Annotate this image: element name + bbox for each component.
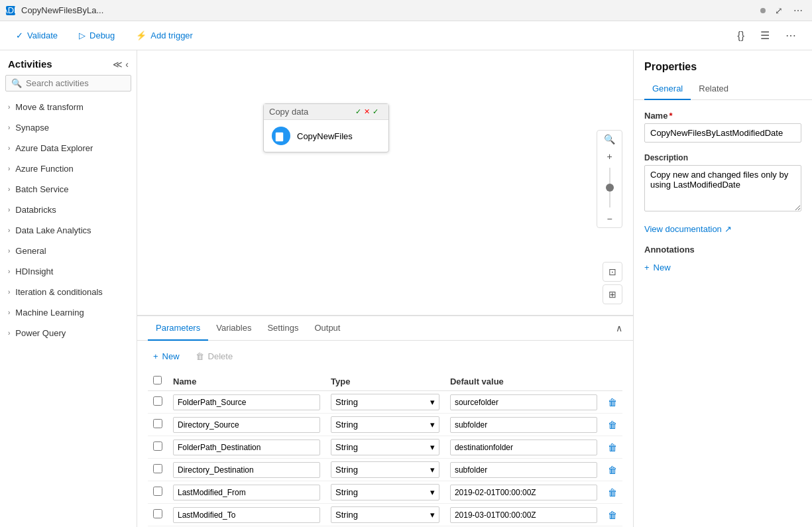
type-value: String [335, 397, 358, 407]
more-options-button[interactable]: ⋯ [780, 27, 801, 44]
select-all-checkbox[interactable] [153, 376, 162, 384]
new-annotation-button[interactable]: + New [644, 260, 671, 275]
properties-panel: Properties GeneralRelated Name* Descript… [633, 50, 812, 527]
activity-node[interactable]: Copy data ✓ ✕ ✓ ⇒ Copy [263, 103, 389, 152]
activity-node-body: ⇒ CopyNewFiles [264, 120, 388, 152]
bottom-collapse-button[interactable]: ∧ [616, 323, 622, 333]
type-select[interactable]: String ▾ [331, 461, 439, 478]
chevron-down-icon: ▾ [430, 510, 435, 520]
param-name-input[interactable] [173, 417, 320, 433]
validate-button[interactable]: ✓ Validate [11, 28, 63, 43]
zoom-in-button[interactable]: + [600, 148, 618, 165]
row-checkbox[interactable] [153, 441, 162, 451]
code-button[interactable]: {} [732, 27, 750, 44]
sidebar-item-synapse[interactable]: ›Synapse [0, 117, 137, 138]
delete-row-button[interactable]: 🗑 [608, 420, 617, 430]
description-textarea[interactable] [644, 165, 801, 211]
type-select[interactable]: String ▾ [331, 439, 439, 455]
default-value-input[interactable] [450, 507, 597, 523]
row-checkbox[interactable] [153, 487, 162, 496]
collapse-left-button[interactable]: ≪ [113, 59, 123, 70]
sidebar-item-iteration-and-conditionals[interactable]: ›Iteration & conditionals [0, 282, 137, 302]
sidebar-item-move-and-transform[interactable]: ›Move & transform [0, 97, 137, 117]
sidebar: Activities ≪ ‹ 🔍 ›Move & transform›Synap… [0, 50, 137, 527]
type-select[interactable]: String ▾ [331, 394, 439, 410]
row-checkbox[interactable] [153, 396, 162, 406]
sidebar-item-azure-function[interactable]: ›Azure Function [0, 158, 137, 179]
sidebar-item-databricks[interactable]: ›Databricks [0, 200, 137, 220]
sidebar-item-label: Data Lake Analytics [15, 225, 91, 235]
type-select[interactable]: String ▾ [331, 506, 439, 523]
delete-param-button[interactable]: 🗑 Delete [190, 349, 239, 364]
default-value-input[interactable] [450, 462, 597, 478]
col-checkbox [148, 372, 168, 391]
sidebar-item-general[interactable]: ›General [0, 241, 137, 261]
expand-button[interactable]: ⤢ [771, 4, 787, 17]
node-close-button[interactable]: ✕ [363, 107, 371, 117]
sidebar-item-label: Machine Learning [15, 308, 84, 318]
table-row: String ▾ 🗑 [148, 481, 622, 504]
validate-icon: ✓ [16, 30, 23, 40]
new-param-button[interactable]: + New [148, 349, 185, 364]
default-value-input[interactable] [450, 417, 597, 433]
sidebar-header: Activities ≪ ‹ [0, 50, 137, 75]
add-trigger-button[interactable]: ⚡ Add trigger [131, 28, 198, 43]
zoom-out-button[interactable]: − [600, 210, 618, 227]
delete-row-button[interactable]: 🗑 [608, 487, 617, 498]
name-input[interactable] [644, 123, 801, 143]
trigger-icon: ⚡ [136, 30, 146, 40]
bottom-tab-settings[interactable]: Settings [259, 316, 306, 341]
delete-row-button[interactable]: 🗑 [608, 442, 617, 453]
delete-icon: 🗑 [196, 351, 204, 361]
chevron-down-icon: ▾ [430, 465, 435, 475]
sidebar-item-azure-data-explorer[interactable]: ›Azure Data Explorer [0, 138, 137, 158]
sidebar-item-machine-learning[interactable]: ›Machine Learning [0, 302, 137, 323]
param-name-input[interactable] [173, 394, 320, 410]
search-canvas-button[interactable]: 🔍 [597, 131, 622, 148]
type-select[interactable]: String ▾ [331, 416, 439, 433]
node-check-button[interactable]: ✓ [355, 107, 362, 117]
debug-button[interactable]: ▷ Debug [74, 28, 120, 43]
more-button[interactable]: ⋯ [789, 4, 807, 17]
sidebar-item-data-lake-analytics[interactable]: ›Data Lake Analytics [0, 220, 137, 241]
param-name-input[interactable] [173, 439, 320, 455]
default-value-input[interactable] [450, 485, 597, 500]
sidebar-item-batch-service[interactable]: ›Batch Service [0, 179, 137, 200]
node-check2-button[interactable]: ✓ [372, 107, 379, 117]
param-name-input[interactable] [173, 462, 320, 478]
bottom-tab-parameters[interactable]: Parameters [148, 316, 208, 341]
delete-row-button[interactable]: 🗑 [608, 510, 617, 520]
row-checkbox[interactable] [153, 509, 162, 518]
sidebar-item-hdinsight[interactable]: ›HDInsight [0, 261, 137, 282]
bottom-panel: ParametersVariablesSettingsOutput ∧ + Ne… [137, 315, 633, 527]
list-button[interactable]: ☰ [755, 27, 775, 44]
search-input[interactable] [26, 78, 137, 88]
chevron-down-icon: ▾ [430, 397, 435, 407]
grid-view-button[interactable]: ⊞ [603, 284, 622, 304]
view-documentation-link[interactable]: View documentation ↗ [644, 224, 801, 234]
chevron-icon: › [8, 206, 10, 213]
canvas-zoom-controls: 🔍 + − [597, 130, 622, 228]
default-value-input[interactable] [450, 394, 597, 410]
bottom-tab-variables[interactable]: Variables [208, 316, 259, 341]
props-tab-related[interactable]: Related [691, 78, 736, 100]
table-row: String ▾ 🗑 [148, 436, 622, 459]
fit-view-button[interactable]: ⊡ [603, 262, 622, 282]
chevron-icon: › [8, 309, 10, 316]
delete-row-button[interactable]: 🗑 [608, 397, 617, 408]
collapse-arrow-button[interactable]: ‹ [125, 59, 129, 70]
row-checkbox[interactable] [153, 464, 162, 473]
type-select[interactable]: String ▾ [331, 484, 439, 500]
view-doc-icon: ↗ [725, 224, 732, 234]
default-value-input[interactable] [450, 439, 597, 455]
annotations-header: Annotations [644, 245, 801, 255]
props-tab-general[interactable]: General [644, 78, 691, 100]
param-name-input[interactable] [173, 507, 320, 523]
chevron-icon: › [8, 268, 10, 275]
delete-row-button[interactable]: 🗑 [608, 465, 617, 475]
sidebar-item-label: Power Query [15, 328, 66, 338]
sidebar-item-power-query[interactable]: ›Power Query [0, 323, 137, 343]
param-name-input[interactable] [173, 485, 320, 500]
row-checkbox[interactable] [153, 419, 162, 428]
bottom-tab-output[interactable]: Output [306, 316, 348, 341]
